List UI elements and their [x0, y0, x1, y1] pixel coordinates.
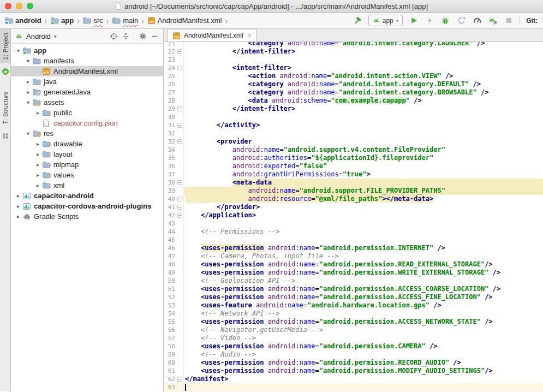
chevron-collapsed-icon[interactable]: ▸: [14, 203, 22, 209]
code-line-22[interactable]: 22− </intent-filter>: [164, 47, 543, 56]
chevron-collapsed-icon[interactable]: ▸: [34, 141, 42, 147]
minimize-window-button[interactable]: [16, 3, 22, 9]
code-line-58[interactable]: 58 <uses-permission android:name="androi…: [164, 342, 543, 351]
code-line-28[interactable]: 28 <data android:scheme="com.example.cap…: [164, 97, 543, 105]
tool-window-tab-project[interactable]: 1: Project: [0, 29, 10, 63]
code-line-47[interactable]: 47 <!-- Camera, Photos, input file -->: [164, 252, 543, 260]
collapse-fold-icon[interactable]: −: [177, 377, 182, 382]
tree-item-mipmap[interactable]: ▸mipmap: [11, 159, 163, 170]
tree-item-capacitor-config-json[interactable]: {.}capacitor.config.json: [11, 118, 163, 128]
code-line-61[interactable]: 61 <uses-permission android:name="androi…: [164, 367, 543, 375]
code-line-50[interactable]: 50 <!-- Geolocation API -->: [164, 277, 543, 285]
collapse-fold-icon[interactable]: −: [177, 106, 182, 111]
tree-item-public[interactable]: ▸public: [11, 108, 163, 118]
code-line-62[interactable]: 62−</manifest>: [164, 375, 543, 383]
code-line-40[interactable]: 40− android:resource="@xml/file_paths"><…: [164, 195, 543, 203]
code-line-59[interactable]: 59 <!-- Audio -->: [164, 351, 543, 359]
code-line-45[interactable]: 45: [164, 236, 543, 244]
chevron-expanded-icon[interactable]: ▾: [14, 47, 22, 54]
code-line-31[interactable]: 31− </activity>: [164, 121, 543, 129]
stop-icon[interactable]: [504, 16, 514, 26]
tree-item-generatedjava[interactable]: ▸generatedJava: [11, 87, 163, 97]
tree-item-drawable[interactable]: ▸drawable: [11, 139, 163, 149]
code-line-23[interactable]: 23: [164, 56, 543, 64]
chevron-collapsed-icon[interactable]: ▸: [34, 182, 42, 188]
attach-debugger-android-icon[interactable]: [488, 16, 498, 26]
chevron-collapsed-icon[interactable]: ▸: [14, 213, 22, 219]
collapse-fold-icon[interactable]: −: [177, 197, 182, 201]
maximize-window-button[interactable]: [27, 3, 33, 9]
profile-icon[interactable]: [456, 16, 466, 26]
tree-item-androidmanifest-xml[interactable]: </>AndroidManifest.xml: [11, 66, 163, 76]
code-line-26[interactable]: 26 <category android:name="android.inten…: [164, 80, 543, 88]
code-line-60[interactable]: 60 <uses-permission android:name="androi…: [164, 359, 543, 367]
collapse-fold-icon[interactable]: −: [177, 139, 182, 144]
collapse-fold-icon[interactable]: −: [177, 49, 182, 54]
code-line-33[interactable]: 33− <provider: [164, 138, 543, 146]
code-line-25[interactable]: 25 <action android:name="android.intent.…: [164, 72, 543, 80]
code-line-57[interactable]: 57 <!-- Video -->: [164, 334, 543, 342]
breadcrumb-item-androidmanifest-xml[interactable]: </>AndroidManifest.xml: [146, 16, 223, 25]
breadcrumb-item-app[interactable]: app: [49, 16, 75, 26]
chevron-collapsed-icon[interactable]: ▸: [34, 162, 42, 168]
fold-marker[interactable]: −: [177, 211, 184, 219]
settings-gear-icon[interactable]: [138, 31, 147, 41]
chevron-collapsed-icon[interactable]: ▸: [34, 151, 42, 157]
fold-marker[interactable]: −: [177, 203, 184, 211]
editor-tab-androidmanifest[interactable]: </> AndroidManifest.xml ×: [168, 29, 256, 41]
chevron-expanded-icon[interactable]: ▾: [24, 58, 32, 64]
tree-item-java[interactable]: ▸java: [11, 76, 163, 87]
chevron-collapsed-icon[interactable]: ▸: [24, 79, 32, 85]
code-line-49[interactable]: 49 <uses-permission android:name="androi…: [164, 269, 543, 277]
code-line-24[interactable]: 24− <intent-filter>: [164, 64, 543, 72]
chevron-collapsed-icon[interactable]: ▸: [24, 89, 32, 95]
collapse-all-icon[interactable]: [121, 31, 130, 41]
apply-changes-icon[interactable]: [425, 16, 434, 26]
code-line-53[interactable]: 53 <uses-feature android:name="android.h…: [164, 301, 543, 310]
git-branch-widget[interactable]: Git:: [526, 17, 538, 25]
code-line-44[interactable]: 44 <!-- Permissions -->: [164, 228, 543, 236]
breadcrumb-item-android[interactable]: android: [3, 16, 43, 26]
code-line-30[interactable]: 30: [164, 113, 543, 121]
tree-item-values[interactable]: ▸values: [11, 170, 163, 180]
locate-file-icon[interactable]: [109, 31, 118, 41]
code-line-56[interactable]: 56 <!-- Navigator.getUserMedia -->: [164, 326, 543, 334]
android-captures-icon[interactable]: [2, 68, 9, 75]
code-line-35[interactable]: 35 android:authorities="${applicationId}…: [164, 154, 543, 162]
code-line-42[interactable]: 42− </application>: [164, 211, 543, 219]
tree-item-layout[interactable]: ▸layout: [11, 149, 163, 159]
collapse-fold-icon[interactable]: −: [177, 213, 182, 218]
tree-item-gradle-scripts[interactable]: ▸Gradle Scripts: [11, 211, 163, 222]
code-line-51[interactable]: 51 <uses-permission android:name="androi…: [164, 285, 543, 293]
code-line-37[interactable]: 37 android:grantUriPermissions="true">: [164, 170, 543, 179]
tree-item-app[interactable]: ▾app: [11, 45, 163, 56]
chevron-collapsed-icon[interactable]: ▸: [14, 193, 22, 199]
fold-marker[interactable]: −: [177, 64, 184, 72]
code-line-63[interactable]: 63: [164, 383, 543, 391]
code-line-46[interactable]: 46 <uses-permission android:name="androi…: [164, 244, 543, 252]
chevron-collapsed-icon[interactable]: ▸: [34, 172, 42, 178]
fold-marker[interactable]: −: [177, 47, 184, 56]
code-editor[interactable]: 21 <category android:name="android.inten…: [164, 42, 543, 391]
run-icon[interactable]: [409, 16, 419, 26]
close-window-button[interactable]: [5, 3, 11, 9]
fold-marker[interactable]: −: [177, 121, 184, 129]
code-line-55[interactable]: 55 <uses-permission android:name="androi…: [164, 318, 543, 326]
tree-item-capacitor-android[interactable]: ▸capacitor-android: [11, 191, 163, 201]
fold-marker[interactable]: −: [177, 138, 184, 146]
collapse-fold-icon[interactable]: −: [177, 123, 182, 128]
code-line-29[interactable]: 29− </intent-filter>: [164, 105, 543, 113]
fold-marker[interactable]: −: [177, 105, 184, 113]
code-line-27[interactable]: 27 <category android:name="android.inten…: [164, 88, 543, 97]
fold-marker[interactable]: −: [177, 195, 184, 203]
code-line-43[interactable]: 43: [164, 219, 543, 228]
code-line-39[interactable]: 39 android:name="android.support.FILE_PR…: [164, 187, 543, 195]
debug-icon[interactable]: [440, 16, 450, 26]
fold-marker[interactable]: −: [177, 375, 184, 383]
breadcrumb-item-main[interactable]: main: [111, 16, 139, 26]
build-hammer-icon[interactable]: [353, 16, 362, 26]
chevron-expanded-icon[interactable]: ▾: [24, 99, 32, 105]
code-line-21[interactable]: 21 <category android:name="android.inten…: [164, 42, 543, 47]
tree-item-res[interactable]: ▾res: [11, 128, 163, 139]
collapse-fold-icon[interactable]: −: [177, 66, 182, 70]
